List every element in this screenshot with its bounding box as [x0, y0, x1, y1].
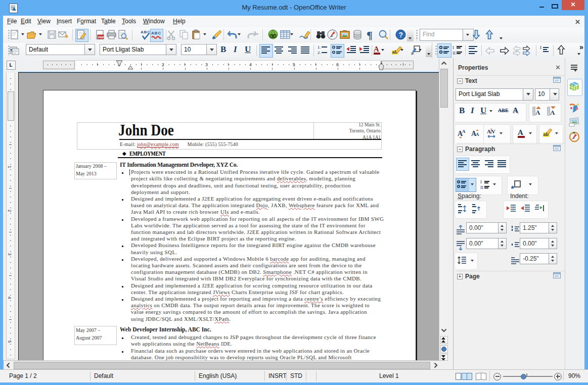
svg-text:A: A: [462, 129, 466, 134]
svg-text:A: A: [535, 109, 540, 116]
svg-text:II: II: [480, 185, 483, 190]
svg-text:¶: ¶: [11, 49, 13, 53]
svg-text:I: I: [480, 179, 482, 184]
svg-text:1.: 1.: [318, 45, 321, 50]
svg-text:II: II: [453, 51, 456, 56]
svg-text:A: A: [518, 128, 523, 136]
svg-text:N: N: [573, 131, 575, 134]
svg-text:A: A: [550, 109, 555, 116]
svg-text:A: A: [374, 45, 379, 53]
svg-text:A: A: [487, 128, 491, 134]
svg-text:ABC: ABC: [151, 31, 161, 35]
svg-text:2.: 2.: [318, 51, 321, 55]
svg-text:¶: ¶: [367, 29, 373, 41]
svg-text:PDF: PDF: [98, 36, 104, 39]
svg-text:A: A: [476, 132, 479, 137]
svg-text:V: V: [491, 128, 495, 134]
svg-text:?: ?: [399, 31, 403, 39]
svg-text:I: I: [453, 45, 454, 50]
svg-text:I: I: [540, 45, 541, 50]
